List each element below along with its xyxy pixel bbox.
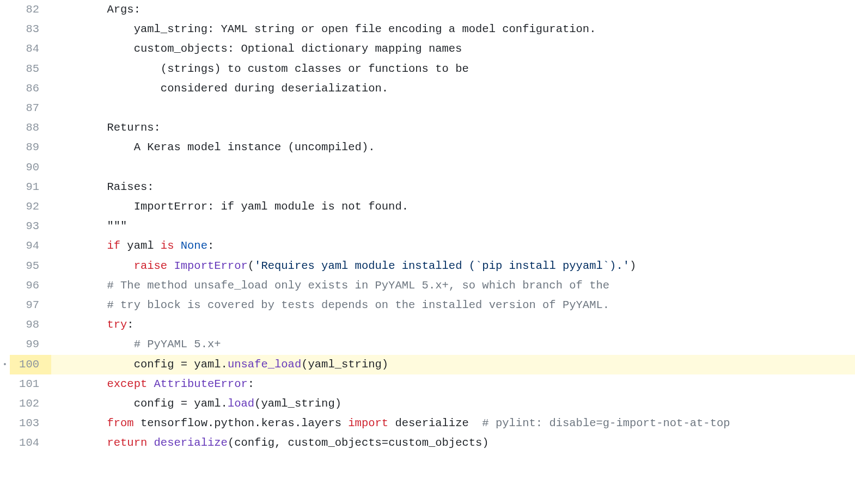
line-number: 84 [10, 39, 51, 59]
code-content: A Keras model instance (uncompiled). [51, 138, 855, 157]
line-number: 97 [10, 296, 51, 315]
code-line: 98 try: [0, 315, 855, 335]
token-doc: Args: [107, 3, 141, 16]
code-line: 99 # PyYAML 5.x+ [0, 335, 855, 354]
gutter-dot [0, 296, 10, 315]
gutter-dot [0, 39, 10, 59]
line-number: 86 [10, 79, 51, 99]
gutter-dot [0, 79, 10, 99]
line-number: 89 [10, 138, 51, 157]
code-line: 97 # try block is covered by tests depen… [0, 296, 855, 315]
token-kw: if [107, 239, 120, 252]
code-line: 82 Args: [0, 0, 855, 20]
code-content: raise ImportError('Requires yaml module … [51, 256, 855, 276]
code-content: Returns: [51, 118, 855, 138]
token-doc: """ [107, 220, 127, 232]
code-content: custom_objects: Optional dictionary mapp… [51, 39, 855, 59]
line-number: 96 [10, 276, 51, 296]
token-id: : [248, 378, 254, 390]
gutter-dot [0, 256, 10, 276]
code-line: 83 yaml_string: YAML string or open file… [0, 20, 855, 39]
token-fn: AttributeError [154, 378, 248, 390]
code-line: 103 from tensorflow.python.keras.layers … [0, 414, 855, 433]
gutter-dot [0, 158, 10, 177]
line-number: 103 [10, 414, 51, 433]
token-kw: raise [134, 260, 168, 272]
token-id: (config, [228, 437, 288, 449]
gutter-dot [0, 335, 10, 354]
token-id [147, 378, 154, 390]
token-id: config [134, 358, 181, 371]
line-number: 82 [10, 0, 51, 20]
token-kw: from [107, 417, 133, 429]
gutter-dot [0, 177, 10, 197]
code-content: # PyYAML 5.x+ [51, 335, 855, 354]
code-line: 104 return deserialize(config, custom_ob… [0, 433, 855, 453]
line-number: 92 [10, 197, 51, 217]
token-kw: try [107, 318, 127, 331]
token-id: : [207, 239, 214, 252]
code-content: """ [51, 217, 855, 236]
code-content: yaml_string: YAML string or open file en… [51, 20, 855, 39]
token-id [147, 437, 154, 449]
code-line: 102 config = yaml.load(yaml_string) [0, 394, 855, 414]
gutter-dot: • [0, 355, 10, 374]
token-id: : [127, 318, 133, 331]
token-id [174, 239, 180, 252]
token-id: (yaml_string) [254, 397, 341, 410]
line-number: 101 [10, 374, 51, 394]
code-line: 88 Returns: [0, 118, 855, 138]
code-content: # The method unsafe_load only exists in … [51, 276, 855, 296]
code-line: 90 [0, 158, 855, 177]
code-line: 85 (strings) to custom classes or functi… [0, 59, 855, 79]
token-doc: custom_objects: Optional dictionary mapp… [134, 42, 462, 55]
token-kw: except [107, 378, 147, 390]
line-number: 102 [10, 394, 51, 414]
line-number: 90 [10, 158, 51, 177]
token-fn: deserialize [154, 437, 228, 449]
code-content: except AttributeError: [51, 374, 855, 394]
token-id: config [134, 397, 181, 410]
token-cmt: # pylint: disable=g-import-not-at-top [482, 417, 730, 429]
code-line: 96 # The method unsafe_load only exists … [0, 276, 855, 296]
token-id: = [382, 437, 388, 449]
gutter-dot [0, 197, 10, 217]
token-id: deserialize [388, 417, 482, 429]
highlighted-code-line: •100 config = yaml.unsafe_load(yaml_stri… [0, 355, 855, 374]
line-number: 95 [10, 256, 51, 276]
code-line: 87 [0, 99, 855, 118]
gutter-dot [0, 315, 10, 335]
line-number: 99 [10, 335, 51, 354]
token-id: yaml. [187, 397, 228, 410]
token-id: ( [248, 260, 254, 272]
token-fn: load [228, 397, 254, 410]
token-cmt: # The method unsafe_load only exists in … [107, 279, 609, 292]
line-number: 91 [10, 177, 51, 197]
gutter-dot [0, 20, 10, 39]
code-content [51, 158, 855, 177]
token-id: (yaml_string) [301, 358, 388, 371]
line-number: 104 [10, 433, 51, 453]
code-line: 95 raise ImportError('Requires yaml modu… [0, 256, 855, 276]
token-id: custom_objects) [388, 437, 489, 449]
token-doc: considered during deserialization. [161, 82, 388, 95]
gutter-dot [0, 0, 10, 20]
code-content: try: [51, 315, 855, 335]
code-content: considered during deserialization. [51, 79, 855, 99]
token-id: tensorflow.python.keras.layers [134, 417, 349, 429]
line-number: 93 [10, 217, 51, 236]
line-number: 83 [10, 20, 51, 39]
token-cmt: # try block is covered by tests depends … [107, 299, 609, 311]
code-content: from tensorflow.python.keras.layers impo… [51, 414, 855, 433]
token-kw: return [107, 437, 147, 449]
token-id: = [181, 397, 187, 410]
code-line: 92 ImportError: if yaml module is not fo… [0, 197, 855, 217]
code-content [51, 99, 855, 118]
token-id: yaml. [187, 358, 228, 371]
token-doc: yaml_string: YAML string or open file en… [134, 23, 596, 35]
code-content: return deserialize(config, custom_object… [51, 433, 855, 453]
code-content: config = yaml.unsafe_load(yaml_string) [51, 355, 855, 374]
code-line: 101 except AttributeError: [0, 374, 855, 394]
line-number: 88 [10, 118, 51, 138]
line-number: 100 [10, 355, 51, 374]
